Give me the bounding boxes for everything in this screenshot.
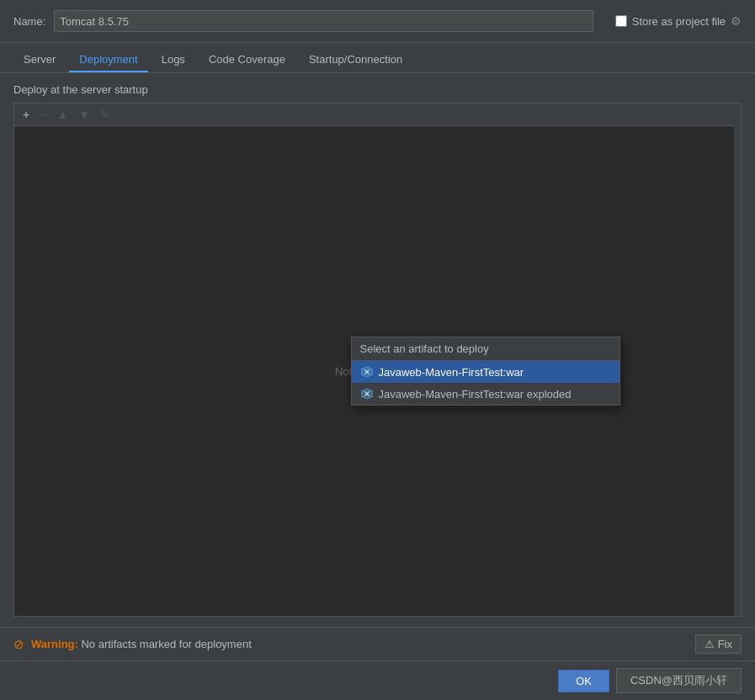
- name-input[interactable]: [54, 10, 593, 32]
- move-up-button[interactable]: ▲: [53, 107, 72, 122]
- section-title: Deploy at the server startup: [13, 83, 742, 96]
- store-project-label: Store as project file: [632, 15, 726, 28]
- edit-button[interactable]: ✎: [97, 107, 114, 122]
- fix-icon: ⚠: [704, 638, 715, 650]
- fix-label: Fix: [718, 638, 732, 650]
- tab-deployment[interactable]: Deployment: [69, 48, 147, 72]
- warning-bold: Warning:: [31, 638, 78, 650]
- tab-code-coverage[interactable]: Code Coverage: [199, 48, 295, 72]
- name-label: Name:: [13, 15, 45, 28]
- tab-startup-connection[interactable]: Startup/Connection: [299, 48, 412, 72]
- cancel-button[interactable]: CSDN@西贝雨小轩: [616, 668, 742, 693]
- deploy-panel: + − ▲ ▼ ✎ Nothing to deploy Select an ar…: [13, 103, 742, 617]
- artifact-item-war[interactable]: Javaweb-Maven-FirstTest:war: [352, 361, 619, 383]
- war-exploded-artifact-icon: [360, 387, 374, 400]
- war-artifact-icon: [360, 365, 374, 379]
- artifact-item-war-exploded-label: Javaweb-Maven-FirstTest:war exploded: [379, 388, 572, 400]
- ok-button[interactable]: OK: [558, 670, 609, 692]
- artifact-dropdown: Select an artifact to deploy Javaweb-Mav…: [351, 337, 620, 406]
- move-down-button[interactable]: ▼: [75, 107, 93, 122]
- store-project-checkbox[interactable]: [615, 15, 627, 27]
- artifact-item-war-label: Javaweb-Maven-FirstTest:war: [379, 366, 524, 379]
- tab-logs[interactable]: Logs: [152, 48, 195, 72]
- scroll-track: [734, 103, 741, 616]
- warning-bar: ⊘ Warning: No artifacts marked for deplo…: [0, 627, 755, 660]
- remove-button[interactable]: −: [36, 107, 50, 122]
- footer: OK CSDN@西贝雨小轩: [0, 660, 755, 700]
- warning-icon: ⊘: [13, 637, 24, 652]
- warning-text: Warning: No artifacts marked for deploym…: [31, 638, 689, 650]
- artifact-item-war-exploded[interactable]: Javaweb-Maven-FirstTest:war exploded: [352, 383, 619, 405]
- fix-button[interactable]: ⚠ Fix: [695, 634, 742, 654]
- deploy-toolbar: + − ▲ ▼ ✎: [14, 103, 741, 126]
- deploy-area: Nothing to deploy Select an artifact to …: [14, 126, 741, 616]
- tabs-bar: Server Deployment Logs Code Coverage Sta…: [0, 43, 755, 73]
- gear-icon[interactable]: ⚙: [731, 14, 742, 28]
- add-button[interactable]: +: [19, 107, 33, 122]
- tab-server[interactable]: Server: [13, 48, 66, 72]
- main-content: Deploy at the server startup + − ▲ ▼ ✎ N…: [0, 73, 755, 627]
- store-as-project-area: Store as project file ⚙: [615, 14, 742, 28]
- dropdown-header: Select an artifact to deploy: [352, 337, 619, 361]
- header: Name: Store as project file ⚙: [0, 0, 755, 43]
- warning-message: No artifacts marked for deployment: [78, 638, 252, 650]
- run-configuration-dialog: Name: Store as project file ⚙ Server Dep…: [0, 0, 755, 700]
